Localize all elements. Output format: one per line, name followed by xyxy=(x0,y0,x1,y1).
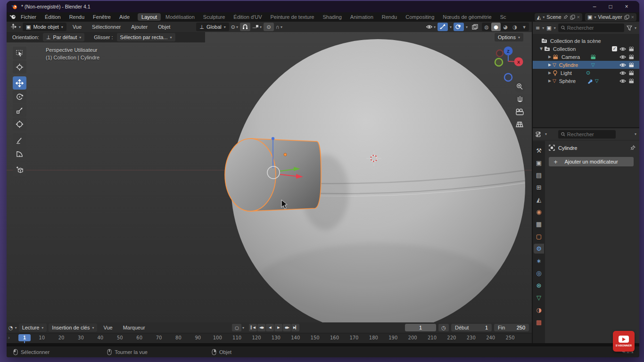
frame-tick[interactable]: 100 xyxy=(208,335,227,340)
frame-tick[interactable]: 20 xyxy=(51,335,71,340)
gizmo-z-tip[interactable] xyxy=(272,137,274,140)
transform-orientation-selector[interactable]: ⊥ Global ▾ xyxy=(196,23,229,31)
eye-icon[interactable] xyxy=(619,71,626,75)
outliner-row-scene-collection[interactable]: Collection de la scène xyxy=(533,37,639,45)
close-icon[interactable]: × xyxy=(577,14,580,20)
outliner-row-sphere[interactable]: ▶ ▽ Sphère ▽ xyxy=(533,77,639,85)
menu-aide[interactable]: Aide xyxy=(115,14,134,20)
play-button[interactable]: ▶ xyxy=(274,324,282,331)
outliner-editor-icon[interactable]: ≡ xyxy=(536,25,540,31)
expand-arrow-icon[interactable]: ▶ xyxy=(547,55,553,59)
maximize-button[interactable]: □ xyxy=(603,3,619,10)
axis-y-ball[interactable] xyxy=(495,58,503,66)
expand-arrow-icon[interactable]: ▶ xyxy=(547,71,553,75)
outliner-row-cylindre[interactable]: ▶ ▽ Cylindre ▽ xyxy=(533,61,639,69)
physics-tab[interactable]: ◎ xyxy=(534,268,544,278)
properties-editor-icon[interactable] xyxy=(536,132,542,137)
render-tab[interactable]: ▣ xyxy=(534,158,544,168)
select-box-tool[interactable] xyxy=(13,47,26,60)
minimize-button[interactable]: – xyxy=(586,3,603,10)
close-button[interactable]: × xyxy=(619,3,635,10)
cursor-tool[interactable] xyxy=(13,60,26,74)
collection-tab[interactable]: ▦ xyxy=(534,219,544,229)
menu-fichier[interactable]: Fichier xyxy=(17,14,41,20)
tab-sculpture[interactable]: Sculpture xyxy=(199,13,229,21)
eye-icon[interactable] xyxy=(619,55,626,59)
menu-vue[interactable]: Vue xyxy=(68,24,86,30)
copy-icon[interactable] xyxy=(570,15,575,20)
previous-keyframe-button[interactable]: ◀◆ xyxy=(257,324,265,331)
frame-tick[interactable]: 110 xyxy=(227,335,247,340)
chevron-down-icon[interactable]: ▾ xyxy=(242,326,244,330)
jump-to-end-button[interactable]: ▶▎ xyxy=(291,324,299,331)
overlays-toggle[interactable] xyxy=(454,23,464,31)
frame-tick[interactable]: 230 xyxy=(462,335,481,340)
pin-icon[interactable] xyxy=(563,15,568,19)
menu-marqueur[interactable]: Marqueur xyxy=(119,325,149,330)
chevron-down-icon[interactable]: ▾ xyxy=(450,25,452,29)
next-keyframe-button[interactable]: ◆▶ xyxy=(283,324,291,331)
visibility-dropdown[interactable]: ▾ xyxy=(426,25,436,29)
menu-fenetre[interactable]: Fenêtre xyxy=(89,14,115,20)
camera-restrict-icon[interactable] xyxy=(628,63,635,67)
frame-tick[interactable]: 40 xyxy=(91,335,110,340)
object-data-tab[interactable]: ▽ xyxy=(534,293,544,303)
frame-end-field[interactable]: Fin 250 xyxy=(494,324,529,331)
measure-tool[interactable] xyxy=(13,147,26,160)
properties-search[interactable] xyxy=(558,130,616,139)
tab-rendu[interactable]: Rendu xyxy=(378,13,401,21)
frame-tick[interactable]: 10 xyxy=(32,335,51,340)
add-cube-tool[interactable] xyxy=(13,163,26,176)
snap-target-selector[interactable]: ▾ xyxy=(252,24,262,30)
eye-icon[interactable] xyxy=(619,63,626,67)
display-mode-icon[interactable]: ▣ xyxy=(546,25,551,31)
frame-tick[interactable]: 150 xyxy=(305,335,324,340)
move-tool[interactable] xyxy=(13,76,26,90)
frame-tick[interactable]: 210 xyxy=(422,335,442,340)
playhead[interactable]: 1 xyxy=(18,334,31,341)
tab-shading[interactable]: Shading xyxy=(319,13,345,21)
blender-menu-icon[interactable] xyxy=(9,14,17,20)
outliner-row-light[interactable]: ▶ Light ⊙ xyxy=(533,69,639,77)
bottom-scrollbar-strip[interactable] xyxy=(7,343,639,346)
frame-tick[interactable]: 240 xyxy=(481,335,500,340)
menu-ajouter[interactable]: Ajouter xyxy=(127,24,152,30)
chevron-down-icon[interactable]: ▾ xyxy=(19,25,21,29)
menu-vue-timeline[interactable]: Vue xyxy=(99,325,116,330)
scale-tool[interactable] xyxy=(13,104,26,117)
scene-selector[interactable]: ◭ ▾ Scene × xyxy=(535,13,582,21)
options-dropdown[interactable]: Options ▾ xyxy=(495,33,523,41)
object-tab[interactable]: ▢ xyxy=(534,231,544,241)
frame-tick[interactable]: 250 xyxy=(500,335,520,340)
stopwatch-icon[interactable]: ◷ xyxy=(438,324,449,331)
tab-edition-uv[interactable]: Édition d'UV xyxy=(230,13,265,21)
add-modifier-button[interactable]: + Ajouter un modificateur xyxy=(549,157,634,166)
frame-tick[interactable]: 200 xyxy=(403,335,422,340)
menu-rendu[interactable]: Rendu xyxy=(65,14,89,20)
frame-tick[interactable]: 80 xyxy=(169,335,188,340)
expand-arrow-icon[interactable]: ▶ xyxy=(547,63,553,67)
subscribe-button[interactable]: S'ABONNER xyxy=(613,331,635,352)
camera-restrict-icon[interactable] xyxy=(628,55,635,59)
chevron-down-icon[interactable]: ▾ xyxy=(466,25,468,29)
drag-mode-dropdown[interactable]: Sélection par recta... ▾ xyxy=(117,33,175,41)
particles-tab[interactable]: ∗ xyxy=(534,256,544,266)
frame-tick[interactable]: 90 xyxy=(188,335,207,340)
viewlayer-selector[interactable]: ▣ ▾ ViewLayer × xyxy=(585,13,636,21)
orientation-dropdown[interactable]: ⊥ Par défaut ▾ xyxy=(43,33,84,41)
pivot-point-selector[interactable]: ⊙ ▾ xyxy=(231,24,238,30)
annotate-tool[interactable] xyxy=(13,133,26,147)
menu-insertion-de-cles[interactable]: Insertion de clés ▾ xyxy=(49,323,97,332)
frame-tick[interactable]: 130 xyxy=(266,335,286,340)
eye-icon[interactable] xyxy=(619,79,626,83)
viewport-canvas[interactable]: Z X xyxy=(7,22,532,322)
copy-icon[interactable] xyxy=(624,15,629,20)
menu-lecture[interactable]: Lecture ▾ xyxy=(19,323,47,332)
properties-search-input[interactable] xyxy=(567,132,613,137)
collapse-arrow-icon[interactable]: ▼ xyxy=(538,47,544,51)
play-reverse-button[interactable]: ◀ xyxy=(266,324,274,331)
frame-tick[interactable]: 220 xyxy=(442,335,461,340)
tool-tab[interactable]: ⚒ xyxy=(534,146,544,156)
rendered-shading-button[interactable]: ◑ xyxy=(510,23,520,31)
chevron-down-icon[interactable]: ▾ xyxy=(15,326,17,330)
